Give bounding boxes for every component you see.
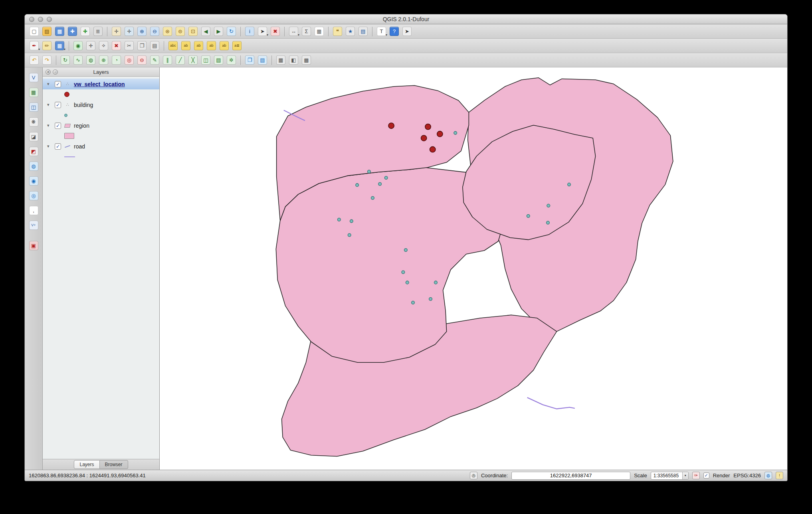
tool-new-print-composer[interactable]: ✚ <box>79 26 91 37</box>
tool-delete-selected[interactable]: ✖ <box>111 40 122 51</box>
tool-cut-features[interactable]: ✂ <box>123 40 135 51</box>
layer-visibility-checkbox[interactable]: ✓ <box>55 81 61 87</box>
tool-label-move[interactable]: ab <box>180 40 192 51</box>
tool-zoom-to-selection[interactable]: ⊜ <box>174 26 186 37</box>
panel-detach-button[interactable]: ○ <box>53 69 58 75</box>
tool-node-tool[interactable]: ✧ <box>98 40 109 51</box>
tool-copy-features[interactable]: ❐ <box>136 40 148 51</box>
panel-close-button[interactable]: ✕ <box>46 69 51 75</box>
tab-browser[interactable]: Browser <box>100 460 128 469</box>
tool-map-tips[interactable]: ❝ <box>332 26 343 37</box>
tool-pan-map[interactable]: ✛ <box>111 26 122 37</box>
tool-zoom-to-layer[interactable]: ⊡ <box>187 26 199 37</box>
tool-merge-attributes[interactable]: ▤ <box>213 54 224 66</box>
tool-label-show-hide[interactable]: ab <box>218 40 230 51</box>
save-layer-edits-dropdown-arrow[interactable]: ▾ <box>64 47 65 51</box>
tool-raster-histogram[interactable]: ▦ <box>275 54 287 66</box>
tool-whats-this[interactable]: ➤ <box>401 26 413 37</box>
tool-new-bookmark[interactable]: ★ <box>345 26 356 37</box>
tab-layers[interactable]: Layers <box>74 460 99 469</box>
tool-identify-features[interactable]: i <box>244 26 255 37</box>
layer-item-building[interactable]: ▾✓∴building <box>43 99 159 110</box>
tool-deselect-features[interactable]: ✖ <box>269 26 281 37</box>
tool-add-oracle-layer[interactable]: ◩ <box>27 145 40 157</box>
tool-undo[interactable]: ↶ <box>28 54 40 66</box>
tool-delete-part[interactable]: ⊖ <box>136 54 148 66</box>
tool-add-feature[interactable]: ◉ <box>72 40 84 51</box>
tool-reshape-features[interactable]: ✎ <box>149 54 160 66</box>
tool-remove-layer-group[interactable]: ▣ <box>27 239 40 251</box>
scale-dropdown-arrow[interactable]: ▾ <box>682 472 688 479</box>
measure-dropdown-arrow[interactable]: ▾ <box>298 33 299 37</box>
tool-add-postgis-layer[interactable]: ◫ <box>27 101 40 113</box>
tool-show-bookmarks[interactable]: ▤ <box>357 26 369 37</box>
tool-redo[interactable]: ↷ <box>41 54 53 66</box>
tool-simplify-feature[interactable]: ∿ <box>72 54 84 66</box>
tool-split-features[interactable]: ╱ <box>174 54 186 66</box>
tool-zoom-in[interactable]: ⊕ <box>136 26 148 37</box>
tool-raster-stretch[interactable]: ◧ <box>288 54 299 66</box>
tool-paste-features[interactable]: ▤ <box>149 40 160 51</box>
tool-composer-manager[interactable]: ≣ <box>92 26 104 37</box>
tool-save-project-as[interactable]: ✚ <box>67 26 78 37</box>
tool-zoom-full-extent[interactable]: ⊛ <box>162 26 173 37</box>
tool-toggle-editing[interactable]: ✏ <box>41 40 53 51</box>
tool-fill-ring[interactable]: ◔ <box>111 54 122 66</box>
tool-current-edits[interactable]: ✒▾ <box>28 40 40 51</box>
tool-rotate-feature[interactable]: ↻ <box>59 54 71 66</box>
tool-delete-ring[interactable]: ◎ <box>123 54 135 66</box>
tool-raster-local-stretch[interactable]: ▩ <box>301 54 312 66</box>
tool-add-delimited-text-layer[interactable]: , <box>27 204 40 216</box>
tool-measure[interactable]: ↔▾ <box>288 26 299 37</box>
disclosure-triangle[interactable]: ▾ <box>47 144 52 149</box>
select-features-dropdown-arrow[interactable]: ▾ <box>267 33 268 37</box>
tool-paste-style[interactable]: ▤ <box>257 54 268 66</box>
disclosure-triangle[interactable]: ▾ <box>47 81 52 87</box>
tool-text-annotation[interactable]: T▾ <box>376 26 387 37</box>
tool-new-project[interactable]: ▢ <box>28 26 40 37</box>
current-edits-dropdown-arrow[interactable]: ▾ <box>38 47 40 51</box>
tool-new-shapefile-layer[interactable]: V+ <box>27 219 40 231</box>
tool-add-vector-layer[interactable]: V <box>27 71 40 83</box>
tool-copy-style[interactable]: ❐ <box>244 54 255 66</box>
coordinate-input[interactable] <box>511 472 630 480</box>
tool-help-contents[interactable]: ? <box>388 26 400 37</box>
layer-item-vw_select_location[interactable]: ▾✓∴vw_select_location <box>43 79 159 89</box>
render-checkbox[interactable]: ✓ <box>703 472 709 478</box>
stop-render-icon[interactable]: ✑ <box>692 472 700 479</box>
disclosure-triangle[interactable]: ▾ <box>47 123 52 128</box>
tool-add-wfs-layer[interactable]: ◎ <box>27 190 40 202</box>
tool-map-refresh[interactable]: ↻ <box>226 26 237 37</box>
tool-save-project[interactable]: ▦ <box>54 26 65 37</box>
layer-visibility-checkbox[interactable]: ✓ <box>55 102 61 108</box>
tool-pan-to-selection[interactable]: ✛ <box>123 26 135 37</box>
layer-item-region[interactable]: ▾✓region <box>43 120 159 131</box>
tool-zoom-out[interactable]: ⊖ <box>149 26 160 37</box>
tool-add-ring[interactable]: ◍ <box>85 54 97 66</box>
tool-open-project[interactable]: ▨ <box>41 26 53 37</box>
tool-select-features[interactable]: ➤▾ <box>257 26 268 37</box>
tool-add-wms-layer[interactable]: ◍ <box>27 160 40 172</box>
close-window-button[interactable] <box>29 17 34 22</box>
tool-rotate-point-symbols[interactable]: ✲ <box>226 54 237 66</box>
tool-attribute-table[interactable]: ▦ <box>313 26 325 37</box>
tool-move-feature[interactable]: ✛ <box>85 40 97 51</box>
tool-zoom-next[interactable]: ▶ <box>213 26 224 37</box>
tool-merge-features[interactable]: ◫ <box>200 54 212 66</box>
tool-add-mssql-layer[interactable]: ◪ <box>27 130 40 142</box>
tool-layer-labeling[interactable]: abc <box>167 40 179 51</box>
tool-label-rotate[interactable]: ab <box>193 40 204 51</box>
tool-split-parts[interactable]: ╳ <box>187 54 199 66</box>
log-messages-icon[interactable]: ! <box>776 472 783 479</box>
mouse-position-icon[interactable]: ◎ <box>470 472 477 479</box>
disclosure-triangle[interactable]: ▾ <box>47 102 52 107</box>
zoom-window-button[interactable] <box>47 17 52 22</box>
tool-offset-curve[interactable]: ∥ <box>162 54 173 66</box>
tool-statistical-summary[interactable]: Σ <box>301 26 312 37</box>
tool-zoom-last[interactable]: ◀ <box>200 26 212 37</box>
crs-status-icon[interactable]: ◍ <box>764 472 772 479</box>
scale-combo[interactable]: 1:33565585 ▾ <box>651 472 689 480</box>
layer-visibility-checkbox[interactable]: ✓ <box>55 123 61 129</box>
tool-label-pin[interactable]: ab <box>206 40 217 51</box>
map-canvas[interactable] <box>160 67 787 470</box>
